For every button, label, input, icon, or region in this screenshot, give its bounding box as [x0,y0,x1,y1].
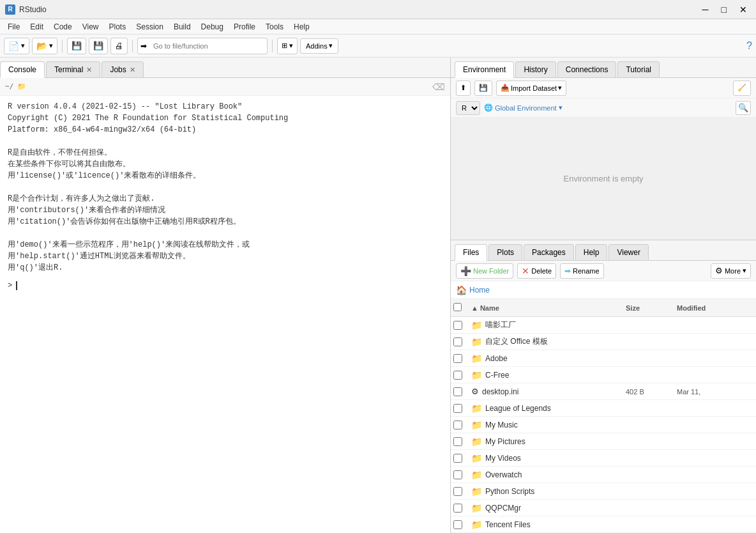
tab-files-label: Files [463,248,479,257]
print-icon: 🖨 [115,41,123,50]
new-folder-icon: ➕ [460,266,471,276]
file-checkbox[interactable] [453,354,462,363]
tab-help-label: Help [584,248,600,257]
file-name[interactable]: 📁 Adobe [471,353,626,364]
menu-debug[interactable]: Debug [196,21,229,33]
file-name[interactable]: 📁 Python Scripts [471,486,626,497]
tab-tutorial[interactable]: Tutorial [617,61,660,77]
open-file-icon: 📂 [36,41,47,51]
menu-plots[interactable]: Plots [104,21,132,33]
env-clear-btn[interactable]: 🧹 [733,81,751,96]
file-checkbox[interactable] [453,454,462,463]
tab-environment[interactable]: Environment [455,61,514,78]
file-checkbox[interactable] [453,371,462,380]
menu-session[interactable]: Session [131,21,169,33]
list-item: ⚙ desktop.ini 402 B Mar 11, [451,383,756,400]
header-name[interactable]: ▲ Name [471,304,626,312]
tab-jobs[interactable]: Jobs ✕ [102,61,143,77]
close-btn[interactable]: ✕ [736,4,751,15]
file-checkbox[interactable] [453,487,462,496]
tab-help[interactable]: Help [575,244,608,260]
menu-code[interactable]: Code [49,21,77,33]
global-env-label[interactable]: 🌐 Global Environment ▾ [484,104,563,112]
file-checkbox[interactable] [453,321,462,330]
file-checkbox[interactable] [453,421,462,429]
folder-icon: 📁 [471,337,482,347]
list-item: 📁 My Music [451,417,756,433]
select-all-checkbox[interactable] [453,303,462,311]
save-all-button[interactable]: 💾 [89,38,108,54]
tab-terminal-close[interactable]: ✕ [86,66,92,74]
file-name[interactable]: 📁 Tencent Files [471,520,626,530]
delete-btn[interactable]: ✕ Delete [517,263,556,279]
toolbar: 📄 ▾ 📂 ▾ 💾 💾 🖨 ➡ ⊞ ▾ Addins ▾ ? [0,35,756,58]
go-to-input[interactable] [149,38,264,54]
tab-connections[interactable]: Connections [557,61,617,77]
tab-packages[interactable]: Packages [524,244,574,260]
new-file-button[interactable]: 📄 ▾ [4,38,29,54]
console-clear-btn[interactable]: ⌫ [432,82,445,92]
file-name[interactable]: ⚙ desktop.ini [471,387,626,396]
tab-environment-label: Environment [463,65,506,74]
sort-icon: ▲ [471,304,478,312]
env-r-select[interactable]: R [456,101,480,115]
file-name[interactable]: 📁 喵影工厂 [471,320,626,330]
menu-file[interactable]: File [3,21,25,33]
menu-tools[interactable]: Tools [261,21,289,33]
tab-jobs-close[interactable]: ✕ [130,66,135,74]
file-name[interactable]: 📁 My Videos [471,453,626,463]
console-prompt-line[interactable]: > [0,281,450,295]
folder-icon: 📁 [471,486,482,497]
global-env-text: Global Environment [495,104,557,112]
maximize-btn[interactable]: □ [718,4,730,15]
menu-help[interactable]: Help [289,21,315,33]
help-icon[interactable]: ? [746,40,752,51]
tab-terminal[interactable]: Terminal ✕ [46,61,100,77]
home-icon[interactable]: 🏠 [456,285,467,295]
file-name[interactable]: 📁 League of Legends [471,403,626,413]
lower-right-panel: Files Plots Packages Help Viewer ➕ [451,240,756,533]
folder-icon: 📁 [471,503,482,513]
file-name[interactable]: 📁 自定义 Office 模板 [471,336,626,347]
menu-view[interactable]: View [77,21,104,33]
file-name-text: QQPCMgr [485,504,521,513]
file-checkbox[interactable] [453,470,462,479]
file-checkbox[interactable] [453,387,462,396]
env-save-btn[interactable]: 💾 [474,81,492,96]
file-name[interactable]: 📁 C-Free [471,370,626,380]
tab-history[interactable]: History [515,61,556,77]
file-name[interactable]: 📁 My Pictures [471,436,626,447]
file-checkbox[interactable] [453,404,462,413]
file-checkbox[interactable] [453,504,462,513]
tab-plots[interactable]: Plots [488,244,522,260]
file-name-text: Adobe [485,354,508,363]
save-button[interactable]: 💾 [67,38,86,54]
file-name[interactable]: 📁 QQPCMgr [471,503,626,513]
menu-build[interactable]: Build [169,21,196,33]
grid-view-button[interactable]: ⊞ ▾ [277,38,298,54]
file-checkbox[interactable] [453,437,462,446]
open-file-button[interactable]: 📂 ▾ [32,38,57,54]
env-search-btn[interactable]: 🔍 [736,101,751,115]
new-folder-btn[interactable]: ➕ New Folder [456,263,513,279]
more-btn[interactable]: ⚙ More ▾ [711,263,751,279]
file-name[interactable]: 📁 My Music [471,420,626,430]
gear-icon: ⚙ [715,266,723,275]
import-dataset-btn[interactable]: 📥 Import Dataset ▾ [496,81,566,96]
tab-viewer[interactable]: Viewer [609,244,648,260]
file-checkbox[interactable] [453,520,462,529]
addins-button[interactable]: Addins ▾ [300,38,338,54]
minimize-btn[interactable]: ─ [699,4,713,15]
menu-edit[interactable]: Edit [25,21,49,33]
print-button[interactable]: 🖨 [110,38,128,54]
rename-btn[interactable]: ➡ Rename [560,263,604,279]
tab-files[interactable]: Files [455,244,487,261]
tab-console[interactable]: Console [0,61,45,78]
folder-nav-icon[interactable]: 📁 [17,82,26,91]
env-load-btn[interactable]: ⬆ [456,81,471,96]
file-checkbox[interactable] [453,337,462,346]
file-name[interactable]: 📁 Overwatch [471,470,626,480]
menu-profile[interactable]: Profile [229,21,261,33]
list-item: 📁 Python Scripts [451,483,756,500]
file-name-text: 自定义 Office 模板 [485,336,548,347]
